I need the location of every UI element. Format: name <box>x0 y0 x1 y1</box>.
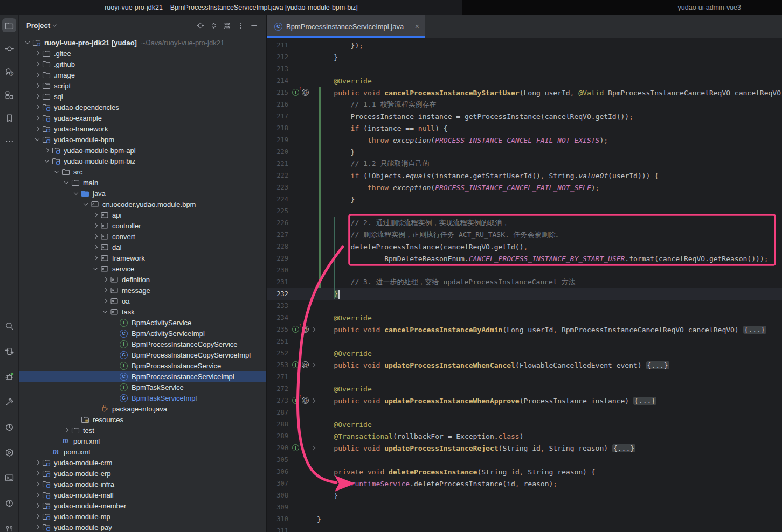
code-line[interactable]: 287 <box>267 407 782 418</box>
chevron-right-icon[interactable] <box>33 106 41 109</box>
code-line[interactable]: 221 // 1.2 只能取消自己的 <box>267 158 782 170</box>
code-line[interactable]: 212 } <box>267 51 782 63</box>
implements-method-icon[interactable]: I <box>292 444 299 451</box>
fold-arrow-icon[interactable] <box>311 398 315 402</box>
implements-method-icon[interactable]: I <box>292 397 299 404</box>
tree-row[interactable]: yudao-module-mp <box>19 511 266 522</box>
tree-row[interactable]: yudao-dependencies <box>19 102 266 113</box>
chevron-down-icon[interactable] <box>23 41 32 44</box>
code-line[interactable]: 223 throw exception(PROCESS_INSTANCE_CAN… <box>267 181 782 193</box>
chevron-right-icon[interactable] <box>43 149 51 152</box>
code-line[interactable]: 288 @Override <box>267 418 782 430</box>
tree-row[interactable]: mpom.xml <box>19 436 266 446</box>
code-line[interactable]: 218 if (instance == null) { <box>267 122 782 134</box>
code-line[interactable]: 215I@ public void cancelProcessInstanceB… <box>267 87 782 99</box>
code-line[interactable]: 228 deleteProcessInstance(cancelReqVO.ge… <box>267 241 782 253</box>
chevron-down-icon[interactable] <box>101 310 109 313</box>
code-line[interactable]: 233 <box>267 300 782 312</box>
tree-row[interactable]: yudao-module-bpm-api <box>19 145 266 156</box>
tree-row[interactable]: yudao-module-crm <box>19 457 266 468</box>
chevron-right-icon[interactable] <box>33 95 41 98</box>
tree-row[interactable]: yudao-example <box>19 113 266 123</box>
code-line[interactable]: 216 // 1.1 校验流程实例存在 <box>267 99 782 110</box>
annotation-gutter-icon[interactable]: @ <box>302 361 309 368</box>
code-line[interactable]: 224 } <box>267 193 782 205</box>
code-line[interactable]: 308 } <box>267 489 782 501</box>
tree-row[interactable]: yudao-module-member <box>19 500 266 511</box>
code-line[interactable]: 213 <box>267 63 782 75</box>
close-tab-icon[interactable]: × <box>415 23 419 30</box>
implements-method-icon[interactable]: I <box>292 361 299 368</box>
chevron-right-icon[interactable] <box>91 246 100 249</box>
code-line[interactable]: 311 <box>267 525 782 532</box>
chevron-right-icon[interactable] <box>33 73 41 76</box>
code-line[interactable]: 253I@ public void updateProcessInstanceW… <box>267 359 782 371</box>
tree-row[interactable]: test <box>19 425 266 436</box>
chevron-right-icon[interactable] <box>33 472 41 475</box>
tree-row[interactable]: yudao-module-bpm <box>19 134 266 145</box>
tree-row[interactable]: .github <box>19 59 266 69</box>
locate-icon[interactable] <box>194 19 206 31</box>
chevron-right-icon[interactable] <box>33 62 41 66</box>
tree-row[interactable]: src <box>19 166 266 177</box>
code-editor[interactable]: 211 });212 }213214 @Override215I@ public… <box>267 38 782 532</box>
chevron-down-icon[interactable] <box>53 23 57 26</box>
chevron-down-icon[interactable] <box>91 267 100 270</box>
tree-row[interactable]: oa <box>19 296 266 306</box>
project-icon[interactable] <box>2 18 16 32</box>
tree-row[interactable]: convert <box>19 231 266 242</box>
chevron-right-icon[interactable] <box>91 235 100 238</box>
tree-row[interactable]: yudao-module-pay <box>19 522 266 532</box>
tree-row[interactable]: message <box>19 285 266 296</box>
chevron-right-icon[interactable] <box>91 213 100 216</box>
window-title-right[interactable]: yudao-ui-admin-vue3 <box>462 0 782 15</box>
code-line[interactable]: 289 @Transactional(rollbackFor = Excepti… <box>267 430 782 442</box>
run-icon[interactable] <box>2 344 16 358</box>
tree-row[interactable]: CBpmTaskServiceImpl <box>19 393 266 403</box>
tree-row[interactable]: ruoyi-vue-pro-jdk21 [yudao]~/Java/ruoyi-… <box>19 37 266 48</box>
annotation-gutter-icon[interactable]: @ <box>302 89 309 96</box>
hide-panel-icon[interactable] <box>248 19 260 31</box>
annotation-gutter-icon[interactable]: @ <box>302 397 309 404</box>
tree-row[interactable]: framework <box>19 253 266 263</box>
tree-row[interactable]: resources <box>19 414 266 425</box>
code-line[interactable]: 272 @Override <box>267 383 782 395</box>
chevron-right-icon[interactable] <box>33 461 41 464</box>
tree-row[interactable]: mpom.xml <box>19 446 266 457</box>
search-icon[interactable] <box>2 319 16 333</box>
expand-icon[interactable] <box>207 19 219 31</box>
tree-row[interactable]: service <box>19 263 266 274</box>
tree-row[interactable]: yudao-module-infra <box>19 479 266 489</box>
code-line[interactable]: 230 <box>267 264 782 276</box>
annotation-gutter-icon[interactable]: @ <box>302 326 309 333</box>
chevron-right-icon[interactable] <box>33 52 41 55</box>
code-line[interactable]: 214 @Override <box>267 75 782 87</box>
chevron-right-icon[interactable] <box>33 84 41 87</box>
project-tree[interactable]: ruoyi-vue-pro-jdk21 [yudao]~/Java/ruoyi-… <box>19 36 266 532</box>
problems-icon[interactable] <box>2 496 16 510</box>
tree-row[interactable]: java <box>19 188 266 199</box>
tree-row[interactable]: api <box>19 209 266 220</box>
code-line[interactable]: 234 @Override <box>267 312 782 324</box>
chevron-right-icon[interactable] <box>101 289 109 292</box>
commit-icon[interactable] <box>2 41 16 55</box>
implements-method-icon[interactable]: I <box>292 89 299 96</box>
tree-row[interactable]: task <box>19 306 266 317</box>
code-line[interactable]: 217 ProcessInstance instance = getProces… <box>267 110 782 122</box>
tree-row[interactable]: IBpmProcessInstanceCopyService <box>19 339 266 349</box>
code-line[interactable]: 232 } <box>267 288 782 300</box>
fold-arrow-icon[interactable] <box>311 327 315 331</box>
tree-row[interactable]: controller <box>19 220 266 231</box>
tree-row[interactable]: yudao-module-mall <box>19 489 266 500</box>
code-line[interactable]: 273I@ public void updateProcessInstanceW… <box>267 395 782 407</box>
chevron-down-icon[interactable] <box>81 202 90 206</box>
code-line[interactable]: 251 <box>267 335 782 347</box>
tree-row[interactable]: CBpmProcessInstanceServiceImpl <box>19 371 266 382</box>
code-line[interactable]: 227 // 删除流程实例，正则执行任务 ACT_RU_TASK. 任务会被删除… <box>267 229 782 241</box>
chevron-down-icon[interactable] <box>52 170 61 173</box>
kebab-menu-icon[interactable] <box>234 19 246 31</box>
notifications-icon[interactable] <box>2 521 16 532</box>
tree-row[interactable]: package-info.java <box>19 403 266 414</box>
code-line[interactable]: 211 }); <box>267 39 782 51</box>
code-line[interactable]: 252 @Override <box>267 347 782 359</box>
